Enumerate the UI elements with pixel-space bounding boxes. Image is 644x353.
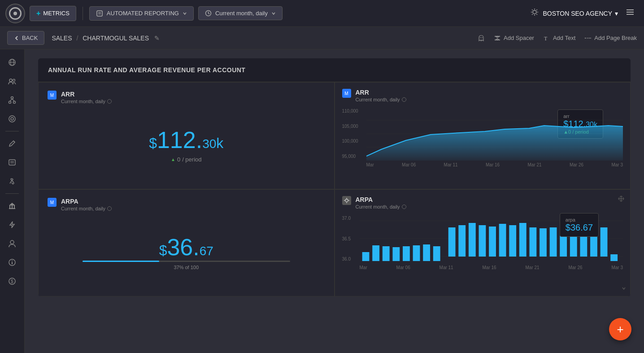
arpa-progress-fill	[83, 261, 159, 262]
svg-rect-85	[540, 228, 547, 257]
arr-chart-logo: M	[342, 89, 351, 98]
clock-icon	[205, 10, 212, 17]
sidebar-item-tools[interactable]	[4, 173, 21, 190]
arr-up-arrow-icon: ▲	[171, 157, 175, 162]
page-break-icon	[584, 35, 592, 42]
sidebar-item-metrics[interactable]	[4, 110, 21, 127]
datetime-button[interactable]: Current month, daily	[198, 6, 283, 20]
list-icon	[8, 158, 16, 166]
svg-rect-45	[12, 205, 13, 208]
sidebar-item-list[interactable]	[4, 154, 21, 171]
svg-line-35	[10, 99, 12, 101]
billing-icon: $	[8, 277, 16, 285]
svg-rect-69	[372, 245, 379, 261]
arr-number-widget: M ARR Current month, daily $112.30k	[38, 82, 335, 189]
sidebar-item-info[interactable]	[4, 254, 21, 271]
arpa-chart-title-group: ARPA Current month, daily	[356, 196, 623, 209]
arpa-settings-icon	[344, 197, 350, 204]
svg-rect-74	[423, 244, 430, 261]
breadcrumb-separator: /	[76, 35, 78, 42]
svg-rect-84	[529, 227, 536, 257]
arr-chart-title-group: ARR Current month, daily	[356, 89, 623, 102]
spacer-icon	[494, 35, 501, 42]
arr-x-label-mar3: Mar 3	[611, 162, 623, 167]
sidebar-item-lightning[interactable]	[4, 216, 21, 233]
sub-header: BACK SALES / CHARTMOGUL SALES ✎ Add Spac…	[0, 27, 644, 49]
svg-point-33	[9, 101, 11, 104]
arpa-progress-container: 37% of 100	[83, 261, 290, 270]
arr-period-text: ▲ 0 / period	[171, 156, 202, 163]
arr-chart-title: ARR	[356, 89, 623, 96]
lightning-icon	[8, 221, 16, 229]
svg-rect-68	[362, 252, 369, 261]
arr-x-label-mar06: Mar 06	[402, 162, 416, 167]
user-icon	[8, 240, 16, 248]
arpa-big-number: $36.67	[159, 234, 213, 261]
arpa-number-subtitle: Current month, daily	[61, 206, 325, 211]
sidebar-item-users[interactable]	[4, 73, 21, 90]
arpa-chart-logo	[342, 196, 351, 205]
sidebar-item-connect[interactable]	[4, 92, 21, 109]
arpa-chart-widget: ARPA Current month, daily	[335, 189, 631, 296]
arpa-move-icon[interactable]	[618, 195, 625, 204]
arr-main-value: 112.	[157, 127, 202, 153]
add-spacer-button[interactable]: Add Spacer	[494, 35, 534, 42]
content-area: ANNUAL RUN RATE AND AVERAGE REVENUE PER …	[25, 49, 644, 353]
svg-point-19	[482, 37, 483, 38]
svg-point-34	[13, 101, 16, 104]
logo-circle	[9, 7, 22, 20]
breadcrumb-part2: CHARTMOGUL SALES	[83, 35, 149, 42]
svg-marker-47	[9, 203, 15, 205]
svg-point-6	[533, 10, 536, 14]
report-label: AUTOMATED REPORTING	[107, 10, 179, 17]
arr-period-label: / period	[182, 156, 201, 163]
theme-toggle-button[interactable]	[530, 8, 539, 19]
sidebar-item-billing[interactable]: $	[4, 273, 21, 290]
back-arrow-icon	[14, 35, 19, 41]
arpa-info-dot	[107, 206, 112, 211]
ghost-icon	[478, 35, 485, 42]
arpa-y-label-2: 36.5	[342, 236, 358, 241]
metrics-button[interactable]: + METRICS	[30, 6, 76, 21]
arr-big-number-container: $112.30k ▲ 0 / period	[48, 109, 325, 181]
svg-rect-46	[14, 205, 15, 208]
arr-y-label-3: 100,000	[342, 139, 365, 144]
add-page-break-button[interactable]: Add Page Break	[584, 35, 637, 42]
arpa-y-label-3: 36.0	[342, 257, 358, 261]
dashboard-container: ANNUAL RUN RATE AND AVERAGE REVENUE PER …	[38, 58, 631, 296]
svg-rect-92	[610, 254, 618, 261]
add-text-button[interactable]: T Add Text	[543, 35, 575, 42]
arr-unit: k	[216, 135, 223, 151]
arpa-dollar-sign: $	[159, 242, 167, 258]
sidebar-item-edit[interactable]	[4, 135, 21, 152]
arpa-chart-subtitle: Current month, daily	[356, 204, 623, 209]
svg-point-49	[10, 240, 14, 244]
arr-x-label-mar26: Mar 26	[570, 162, 583, 167]
plus-icon: +	[36, 9, 40, 17]
add-page-break-label: Add Page Break	[594, 35, 637, 41]
report-button[interactable]: AUTOMATED REPORTING	[89, 6, 194, 21]
agency-selector-button[interactable]: BOSTON SEO AGENCY ▾	[543, 10, 618, 17]
arpa-number-widget: M ARPA Current month, daily $36.67	[38, 189, 335, 296]
tools-icon	[8, 177, 16, 185]
back-label: BACK	[22, 35, 38, 41]
arr-x-label-mar11: Mar 11	[444, 162, 458, 167]
back-button[interactable]: BACK	[7, 31, 44, 45]
arr-big-number: $112.30k	[149, 126, 223, 153]
svg-rect-75	[433, 246, 440, 261]
svg-rect-83	[519, 223, 526, 257]
arr-x-label-mar: Mar	[366, 162, 374, 167]
sidebar-item-bank[interactable]	[4, 197, 21, 214]
arr-area-chart-svg	[366, 107, 623, 161]
sidebar-item-globe[interactable]	[4, 54, 21, 71]
svg-point-30	[9, 79, 12, 82]
svg-line-36	[12, 99, 14, 101]
add-widget-fab[interactable]: +	[609, 318, 631, 340]
sidebar-divider-1	[5, 131, 19, 131]
breadcrumb-edit-icon[interactable]: ✎	[154, 35, 160, 42]
sidebar-item-user[interactable]	[4, 235, 21, 252]
menu-button[interactable]	[622, 5, 639, 21]
arpa-number-header: M ARPA Current month, daily	[48, 198, 325, 211]
ghost-button[interactable]	[478, 35, 485, 42]
arr-chart-subtitle: Current month, daily	[356, 97, 623, 102]
